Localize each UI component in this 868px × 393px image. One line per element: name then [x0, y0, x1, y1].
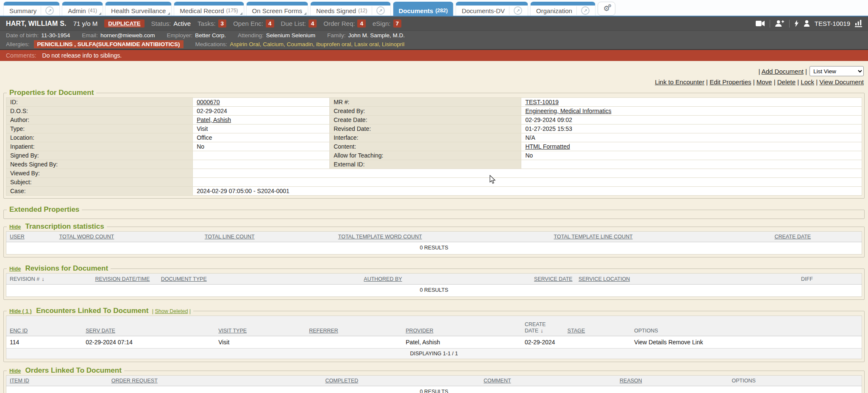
tab-count: (282) — [435, 8, 448, 14]
options-cell[interactable]: View Details Remove Link — [631, 336, 862, 349]
field-value: 11-30-1954 — [41, 32, 70, 39]
tab-popout: ↗ — [41, 6, 54, 15]
column-header-stage[interactable]: STAGE — [564, 316, 631, 336]
module-tab-bar: Summary ↗ Admin (41) Health Surveillance… — [0, 0, 868, 17]
created-by-link[interactable]: Engineering, Medical Informatics — [525, 108, 611, 114]
menu-fold-icon — [99, 12, 101, 15]
column-header-item-id[interactable]: ITEM ID — [6, 376, 108, 386]
column-header-authored-by[interactable]: AUTHORED BY — [360, 274, 531, 285]
content-format-link[interactable]: HTML Formatted — [525, 143, 570, 150]
column-header-reason[interactable]: REASON — [616, 376, 728, 386]
hide-encounters-link[interactable]: Hide ( 1 ) — [9, 308, 32, 314]
column-header-document-type[interactable]: DOCUMENT TYPE — [158, 274, 361, 285]
mr-number-link[interactable]: TEST-10019 — [525, 99, 559, 105]
external-link-icon[interactable]: ↗ — [45, 6, 54, 15]
column-header-total-word-count[interactable]: TOTAL WORD COUNT — [56, 232, 201, 242]
table-row: 0 RESULTS — [6, 386, 862, 393]
move-link[interactable]: Move — [757, 78, 772, 86]
table-row: Case: 2024-02-29 07:05:00 - S2024-0001 — [6, 187, 862, 196]
property-value: HTML Formatted — [521, 142, 862, 151]
tab-admin[interactable]: Admin (41) — [62, 2, 103, 16]
tab-summary[interactable]: Summary ↗ — [3, 2, 60, 16]
lock-link[interactable]: Lock — [801, 78, 814, 86]
tasks-badge[interactable]: 3 — [218, 19, 227, 28]
hide-transcription-link[interactable]: Hide — [9, 224, 21, 230]
duplicate-flag-badge[interactable]: DUPLICATE — [104, 19, 144, 28]
property-label: Inpatient: — [6, 142, 193, 151]
column-header-serv-date[interactable]: SERV DATE — [82, 316, 215, 336]
esign-badge[interactable]: 7 — [393, 19, 402, 28]
column-header-create-date[interactable]: CREATE DATE↓ — [521, 316, 564, 336]
stage-cell — [564, 336, 631, 349]
field-value: horner@mieweb.com — [100, 32, 155, 39]
author-link[interactable]: Patel, Ashish — [197, 116, 231, 123]
counter-label: Due List: — [281, 20, 306, 27]
tab-on-screen-forms[interactable]: On Screen Forms — [246, 2, 308, 16]
dob-field: Date of birth: 11-30-1954 — [6, 32, 70, 39]
add-document-link[interactable]: Add Document — [762, 68, 804, 75]
orders-table: ITEM ID ORDER REQUEST COMPLETED COMMENT … — [6, 375, 862, 393]
column-header-total-line-count[interactable]: TOTAL LINE COUNT — [201, 232, 335, 242]
patient-status: Status: Active — [151, 20, 191, 27]
column-header-total-template-word-count[interactable]: TOTAL TEMPLATE WORD COUNT — [335, 232, 551, 242]
show-deleted-link[interactable]: Show Deleted — [155, 308, 188, 314]
external-link-icon[interactable]: ↗ — [376, 6, 385, 15]
open-enc-badge[interactable]: 4 — [266, 19, 274, 28]
esign-counter: eSign: 7 — [373, 19, 401, 28]
show-deleted-wrap: Show Deleted — [152, 308, 191, 314]
divider — [770, 20, 770, 28]
quick-action-lightning-icon[interactable] — [794, 20, 799, 27]
tab-organization[interactable]: Organization ↗ — [530, 2, 595, 16]
column-header-comment[interactable]: COMMENT — [480, 376, 616, 386]
medications-list: Aspirin Oral, Calcium, Coumadin, ibuprof… — [230, 41, 404, 47]
tab-health-surveillance[interactable]: Health Surveillance — [105, 2, 172, 16]
column-header-total-template-line-count[interactable]: TOTAL TEMPLATE LINE COUNT — [551, 232, 771, 242]
column-header-order-request[interactable]: ORDER REQUEST — [108, 376, 322, 386]
column-header-revision-datetime[interactable]: REVISION DATE/TIME — [92, 274, 157, 285]
counter-label: eSign: — [373, 20, 391, 27]
due-list-badge[interactable]: 4 — [309, 19, 317, 28]
video-call-icon[interactable] — [756, 20, 765, 27]
property-value: Engineering, Medical Informatics — [521, 107, 862, 116]
column-header-enc-id[interactable]: ENC ID — [6, 316, 83, 336]
property-value: Patel, Ashish — [193, 116, 330, 125]
link-to-encounter-link[interactable]: Link to Encounter — [655, 78, 704, 86]
medications: Medications: Aspirin Oral, Calcium, Coum… — [195, 41, 405, 47]
menu-fold-icon — [167, 12, 170, 15]
edit-properties-link[interactable]: Edit Properties — [709, 78, 751, 86]
column-header-provider[interactable]: PROVIDER — [402, 316, 521, 336]
record-id: TEST-10019 — [815, 20, 850, 27]
column-header-referrer[interactable]: REFERRER — [306, 316, 402, 336]
delete-link[interactable]: Delete — [777, 78, 796, 86]
tab-settings-button[interactable]: ⚙ ⚙ — [598, 2, 615, 16]
patient-name: HART, WILLIAM S. — [6, 20, 67, 28]
column-header-user[interactable]: USER — [6, 232, 56, 242]
add-person-icon[interactable] — [775, 20, 785, 27]
comments-text: Do not release info to siblings. — [42, 52, 122, 59]
order-req-badge[interactable]: 4 — [357, 19, 366, 28]
chart-stats-icon[interactable] — [855, 20, 862, 27]
view-document-link[interactable]: View Document — [819, 78, 864, 86]
column-header-create-date[interactable]: CREATE DATE — [771, 232, 862, 242]
column-header-service-location[interactable]: SERVICE LOCATION — [575, 274, 798, 285]
column-header-service-date[interactable]: SERVICE DATE — [531, 274, 575, 285]
tab-documents[interactable]: Documents (282) — [393, 2, 454, 16]
external-link-icon[interactable]: ↗ — [514, 6, 522, 15]
external-link-icon[interactable]: ↗ — [581, 6, 590, 15]
tab-medical-record[interactable]: Medical Record (175) — [174, 2, 244, 16]
tab-documents-dv[interactable]: Documents-DV ↗ — [456, 2, 528, 16]
hide-revisions-link[interactable]: Hide — [9, 266, 21, 272]
column-header-completed[interactable]: COMPLETED — [322, 376, 481, 386]
column-header-visit-type[interactable]: VISIT TYPE — [215, 316, 306, 336]
tab-needs-signed[interactable]: Needs Signed (12) ↗ — [310, 2, 391, 16]
view-mode-select[interactable]: List View — [810, 66, 864, 76]
gear-small-icon: ⚙ — [608, 3, 612, 8]
column-header-revision-number[interactable]: REVISION #↓ — [6, 274, 92, 285]
allergy-alert-badge[interactable]: PENICILLINS , SULFA(SULFONAMIDE ANTIBIOT… — [34, 40, 184, 48]
encounter-row: 114 02-29-2024 07:14 Visit Patel, Ashish… — [6, 336, 862, 349]
property-label: Signed By: — [6, 151, 193, 160]
hide-orders-link[interactable]: Hide — [9, 368, 21, 374]
extended-properties-section: Extended Properties — [3, 205, 865, 219]
attending-field: Attending: Selenium Selenium — [238, 32, 315, 39]
document-id-link[interactable]: 0000670 — [197, 99, 220, 105]
